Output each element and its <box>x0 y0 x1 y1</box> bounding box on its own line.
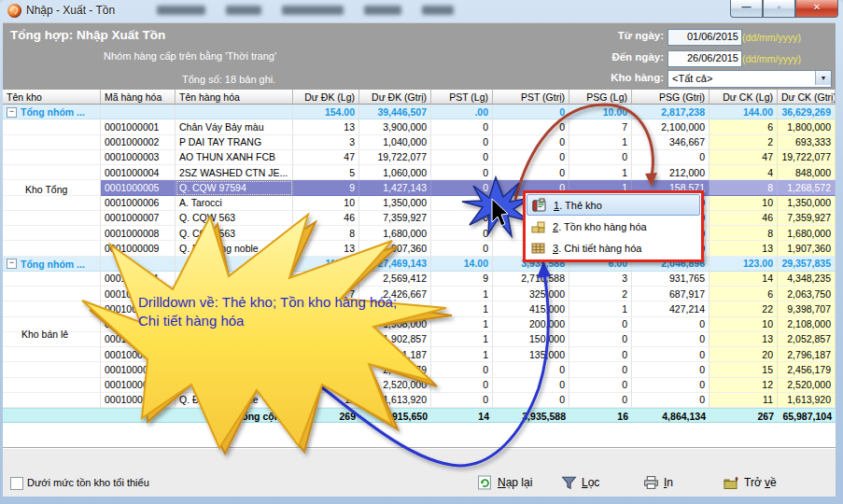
titlebar: Nhập - Xuất - Tồn — ▫ ✕ <box>0 0 843 21</box>
table-row[interactable]: 0001000008Q. CQW 563122,520,0000000122,5… <box>3 378 836 393</box>
cell: 1 <box>569 301 632 316</box>
cell: 1,908,000 <box>359 317 431 332</box>
table-row[interactable]: 0001000007Q. CQW 563152,456,1790000152,4… <box>3 362 836 377</box>
cell: 8 <box>293 272 359 287</box>
table-row[interactable]: 0001000009Q. Đansong noble111,613,920000… <box>3 393 836 408</box>
table-row[interactable]: 0001000003AO THUN XANH FCB229,410,921141… <box>3 301 836 316</box>
column-header[interactable]: Dư CK (Lg) <box>710 90 778 105</box>
crate-icon <box>530 241 546 256</box>
chevron-down-icon[interactable]: ▼ <box>815 71 831 85</box>
cell <box>101 408 176 423</box>
cell: 0 <box>632 362 710 377</box>
column-header[interactable]: PST (Lg) <box>431 90 493 105</box>
cell: 1,613,920 <box>359 393 431 408</box>
cell: 0001000008 <box>101 378 176 393</box>
table-row[interactable]: 0001000002P DAI TAY TRANG72,426,6671325,… <box>3 287 836 301</box>
column-header[interactable]: Dư ĐK (Gtrị) <box>359 90 431 105</box>
cell: 11 <box>710 393 778 408</box>
table-row[interactable]: 0001000005Q. CQW 9759491,427,143001158,5… <box>3 180 836 195</box>
table-row[interactable]: 0001000009Q. Đansong noble131,907,360000… <box>3 241 836 256</box>
cell: 0 <box>493 119 569 134</box>
filter-button[interactable]: Lọc <box>561 475 599 490</box>
cell <box>3 241 101 256</box>
close-button[interactable]: ✕ <box>795 0 838 18</box>
table-row[interactable]: 0001000006A. Tarocci192,661,1871135,0000… <box>3 347 836 362</box>
cell: 0 <box>431 378 493 393</box>
cell: 1,907,360 <box>359 241 431 256</box>
cell: 1,613,920 <box>778 393 836 408</box>
cell: 144.00 <box>710 105 778 119</box>
group-row: −Tổng nhóm ...115.0027,469,14314.003,935… <box>3 257 836 272</box>
cell: 2 <box>710 135 778 150</box>
card-file-icon <box>531 198 547 213</box>
cell: .00 <box>431 105 493 119</box>
cell: 66,915,650 <box>359 408 431 423</box>
table-row[interactable]: 0001000001Chân Váy Bảy màu82,569,41292,7… <box>3 272 836 287</box>
table-row[interactable]: 0001000008Q. CQW 56381,680,000000081,680… <box>3 226 836 241</box>
table-row[interactable]: 0001000006A. Tarocci101,350,0000000101,3… <box>3 196 836 211</box>
table-row[interactable]: 0001000003AO THUN XANH FCB4719,722,07700… <box>3 150 836 165</box>
cell: 14 <box>431 408 493 423</box>
cell: 15 <box>710 362 778 377</box>
column-header[interactable]: Mã hàng hóa <box>101 90 176 105</box>
cell: 135,000 <box>493 347 569 362</box>
table-row[interactable]: 0001000007Q. CQW 563467,359,9270000467,3… <box>3 211 836 226</box>
cell: 3,900,000 <box>359 119 431 134</box>
cell: 269 <box>293 408 359 423</box>
column-header[interactable]: Tên hàng hóa <box>176 90 293 105</box>
cell: 115.00 <box>293 257 359 272</box>
menu-item-the-kho[interactable]: 1. Thẻ kho <box>527 194 700 216</box>
cell: 154.00 <box>293 105 359 119</box>
cell: 0 <box>493 378 569 393</box>
cell: 1 <box>569 135 632 150</box>
maximize-button[interactable]: ▫ <box>763 0 795 18</box>
cell: 2,108,000 <box>778 317 836 332</box>
collapse-icon[interactable]: − <box>7 107 17 118</box>
cell: 346,667 <box>632 135 710 150</box>
folder-back-icon <box>724 475 739 490</box>
cell: 36,629,269 <box>778 105 836 119</box>
cell: 267 <box>710 408 778 423</box>
column-header[interactable]: Tên kho <box>3 90 101 105</box>
cell: 9,398,707 <box>778 301 836 316</box>
cell: 0 <box>431 196 493 211</box>
column-header[interactable]: Dư ĐK (Lg) <box>293 90 359 105</box>
cell: 1,680,000 <box>359 226 431 241</box>
cell: 7 <box>293 287 359 301</box>
grid-header-row: Tên khoMã hàng hóaTên hàng hóaDư ĐK (Lg)… <box>3 90 836 105</box>
menu-item-ton-kho-hang-hoa[interactable]: 2. Tồn kho hàng hóa <box>527 216 700 237</box>
back-button[interactable]: Trở về <box>724 475 777 490</box>
minimize-button[interactable]: — <box>730 0 763 18</box>
table-row[interactable]: 0001000005Q. CQW 97594121,902,8571150,00… <box>3 332 836 347</box>
table-row[interactable]: 00010000042SZ WASHED CTN JE...51,060,000… <box>3 165 836 180</box>
table-row[interactable]: 00010000042SZ WASHED CTN JE...91,908,000… <box>3 317 836 332</box>
from-date-input[interactable]: 01/06/2015 <box>667 29 742 46</box>
cell: 2 <box>569 287 632 301</box>
column-header[interactable]: PSG (Lg) <box>569 90 632 105</box>
report-subtitle: Nhóm hàng cấp trên bằng 'Thời trang' <box>104 50 276 62</box>
from-date-format: (dd/mm/yyyy) <box>742 32 801 43</box>
column-header[interactable]: Dư CK (Gtrị) <box>778 90 836 105</box>
cell: 7 <box>569 119 632 134</box>
to-date-input[interactable]: 26/06/2015 <box>667 50 742 67</box>
collapse-icon[interactable]: − <box>7 259 17 269</box>
cell: 2,052,857 <box>778 332 836 347</box>
table-row[interactable]: 0001000001Chân Váy Bảy màu133,900,000007… <box>3 119 836 134</box>
cell: 0 <box>431 241 493 256</box>
cell: 10 <box>293 196 359 211</box>
warehouse-combobox-value: <Tất cả> <box>672 73 712 84</box>
column-header[interactable]: PST (Gtrị) <box>493 90 569 105</box>
cell: 0 <box>431 211 493 226</box>
warehouse-combobox[interactable]: <Tất cả> ▼ <box>667 70 832 88</box>
print-button[interactable]: In <box>643 475 673 490</box>
cell <box>3 362 101 377</box>
below-min-stock-checkbox[interactable] <box>10 477 23 490</box>
table-row[interactable]: 0001000002P DAI TAY TRANG31,040,00000134… <box>3 135 836 150</box>
report-header-panel: Tổng hợp: Nhập Xuất Tồn Nhóm hàng cấp tr… <box>3 22 836 91</box>
column-header[interactable]: PSG (Gtrị) <box>632 90 710 105</box>
menu-item-chi-tiet-hang-hoa[interactable]: 3. Chi tiết hàng hóa <box>527 237 700 259</box>
reload-button[interactable]: Nạp lại <box>477 475 532 490</box>
cell <box>3 301 101 316</box>
cell: Q. CQW 97594 <box>176 180 293 195</box>
total-row: Tổng cộng:26966,915,650143,935,588164,86… <box>3 408 836 423</box>
